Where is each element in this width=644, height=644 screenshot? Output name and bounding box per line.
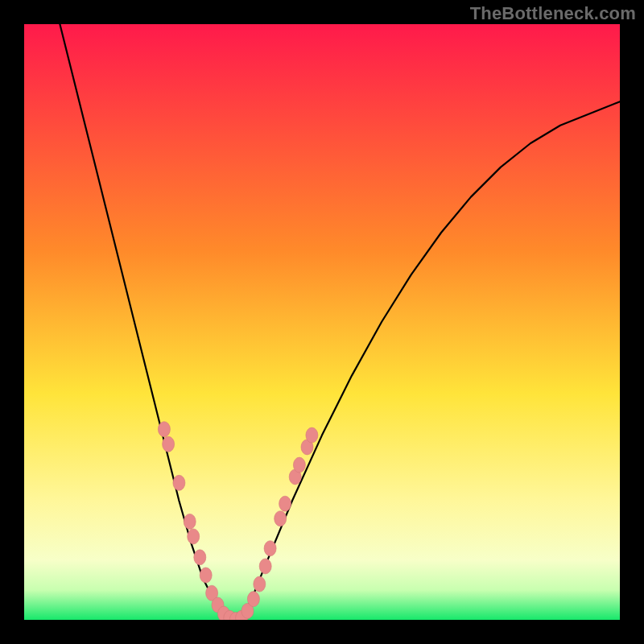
chart-svg (24, 24, 620, 620)
data-dot (293, 457, 305, 473)
data-dot (264, 541, 276, 556)
gradient-background (24, 24, 620, 620)
data-dot (259, 559, 271, 574)
data-dot (163, 436, 175, 452)
watermark-text: TheBottleneck.com (470, 3, 636, 24)
data-dot (279, 496, 291, 511)
chart-frame: TheBottleneck.com (0, 0, 644, 644)
data-dot (306, 427, 318, 443)
plot-area (24, 24, 620, 620)
data-dot (254, 576, 266, 592)
data-dot (188, 529, 200, 544)
data-dot (247, 592, 259, 607)
data-dot (184, 514, 196, 529)
data-dot (173, 475, 185, 490)
data-dot (194, 550, 206, 565)
data-dot (275, 511, 287, 526)
data-dot (200, 568, 212, 583)
data-dot (158, 422, 170, 437)
